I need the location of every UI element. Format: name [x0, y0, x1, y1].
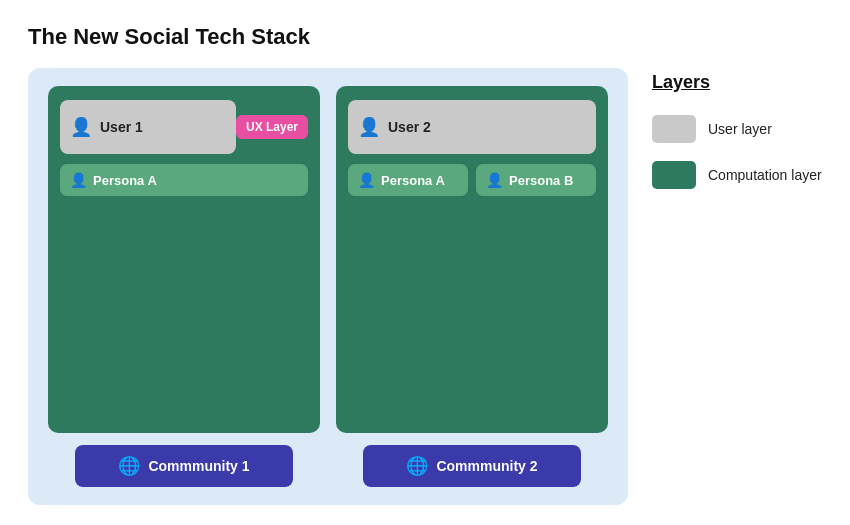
user2-box: 👤 User 2	[348, 100, 596, 154]
right-persona-b-box: 👤 Persona B	[476, 164, 596, 196]
user2-label: User 2	[388, 119, 431, 135]
community1-button[interactable]: 🌐 Commmunity 1	[75, 445, 293, 487]
legend-area: Layers User layer Computation layer	[652, 68, 822, 505]
community1-label: Commmunity 1	[148, 458, 249, 474]
legend-label-user: User layer	[708, 121, 772, 137]
community2-button[interactable]: 🌐 Commmunity 2	[363, 445, 581, 487]
right-persona-a-label: Persona A	[381, 173, 445, 188]
user1-box: 👤 User 1	[60, 100, 236, 154]
legend-item-user: User layer	[652, 115, 822, 143]
diagram-area: 👤 User 1 UX Layer 👤 Persona A 🌐 Commmuni…	[28, 68, 628, 505]
community2-label: Commmunity 2	[436, 458, 537, 474]
left-persona-a-label: Persona A	[93, 173, 157, 188]
community2-icon: 🌐	[406, 455, 428, 477]
right-computation-box: 👤 User 2 👤 Persona A 👤 Persona B	[336, 86, 608, 433]
left-computation-box: 👤 User 1 UX Layer 👤 Persona A	[48, 86, 320, 433]
legend-item-computation: Computation layer	[652, 161, 822, 189]
right-persona-a-icon: 👤	[358, 172, 375, 188]
left-persona-row: 👤 Persona A	[60, 164, 308, 196]
legend-swatch-user	[652, 115, 696, 143]
left-persona-a-icon: 👤	[70, 172, 87, 188]
legend-title: Layers	[652, 72, 822, 93]
left-stack-col: 👤 User 1 UX Layer 👤 Persona A 🌐 Commmuni…	[48, 86, 320, 487]
right-stack-col: 👤 User 2 👤 Persona A 👤 Persona B	[336, 86, 608, 487]
community1-icon: 🌐	[118, 455, 140, 477]
right-persona-row: 👤 Persona A 👤 Persona B	[348, 164, 596, 196]
left-persona-a-box: 👤 Persona A	[60, 164, 308, 196]
user1-icon: 👤	[70, 116, 92, 138]
user2-icon: 👤	[358, 116, 380, 138]
right-persona-b-label: Persona B	[509, 173, 573, 188]
ux-layer-badge: UX Layer	[236, 115, 308, 139]
legend-swatch-computation	[652, 161, 696, 189]
main-area: 👤 User 1 UX Layer 👤 Persona A 🌐 Commmuni…	[28, 68, 822, 505]
user1-label: User 1	[100, 119, 143, 135]
right-persona-b-icon: 👤	[486, 172, 503, 188]
left-user-row: 👤 User 1 UX Layer	[60, 100, 308, 154]
legend-items: User layer Computation layer	[652, 115, 822, 189]
right-persona-a-box: 👤 Persona A	[348, 164, 468, 196]
legend-label-computation: Computation layer	[708, 167, 822, 183]
page-title: The New Social Tech Stack	[28, 24, 822, 50]
